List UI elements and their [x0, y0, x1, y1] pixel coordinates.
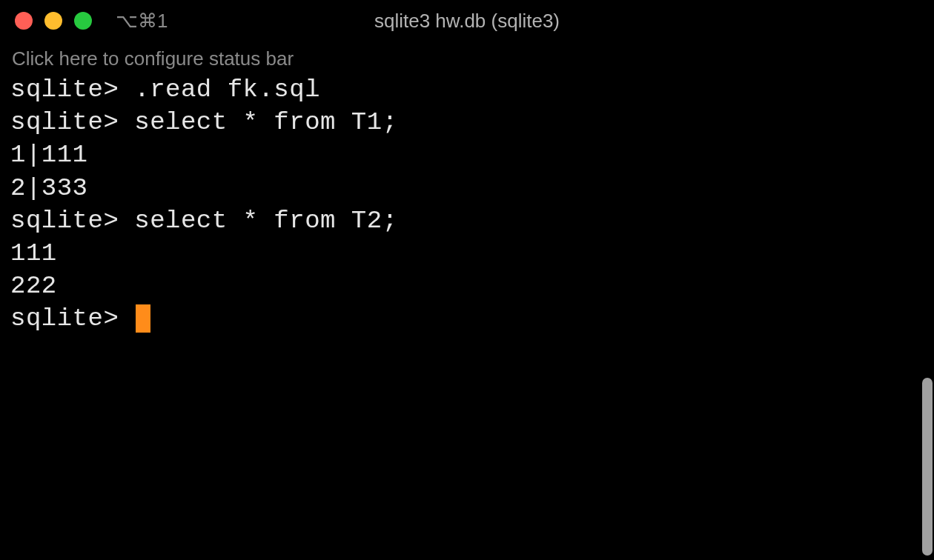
traffic-lights [15, 12, 92, 30]
close-icon[interactable] [15, 12, 33, 30]
window-title: sqlite3 hw.db (sqlite3) [374, 10, 560, 33]
cursor-icon [136, 304, 150, 333]
terminal-line: sqlite> select * from T1; [10, 106, 924, 139]
terminal-prompt: sqlite> [10, 302, 134, 335]
terminal-line: sqlite> .read fk.sql [10, 73, 924, 106]
terminal-body[interactable]: sqlite> .read fk.sql sqlite> select * fr… [0, 70, 934, 339]
tab-indicator: ⌥⌘1 [116, 10, 168, 33]
terminal-line: 222 [10, 270, 924, 302]
minimize-icon[interactable] [44, 12, 62, 30]
terminal-line: sqlite> select * from T2; [10, 204, 924, 237]
terminal-line: 2|333 [10, 172, 924, 204]
terminal-prompt-line[interactable]: sqlite> [10, 302, 924, 335]
status-bar[interactable]: Click here to configure status bar [0, 41, 934, 70]
maximize-icon[interactable] [74, 12, 92, 30]
scrollbar-track[interactable] [921, 74, 933, 556]
titlebar: ⌥⌘1 sqlite3 hw.db (sqlite3) [0, 0, 934, 41]
terminal-line: 111 [10, 237, 924, 270]
terminal-line: 1|111 [10, 139, 924, 171]
scrollbar-thumb[interactable] [922, 378, 933, 556]
